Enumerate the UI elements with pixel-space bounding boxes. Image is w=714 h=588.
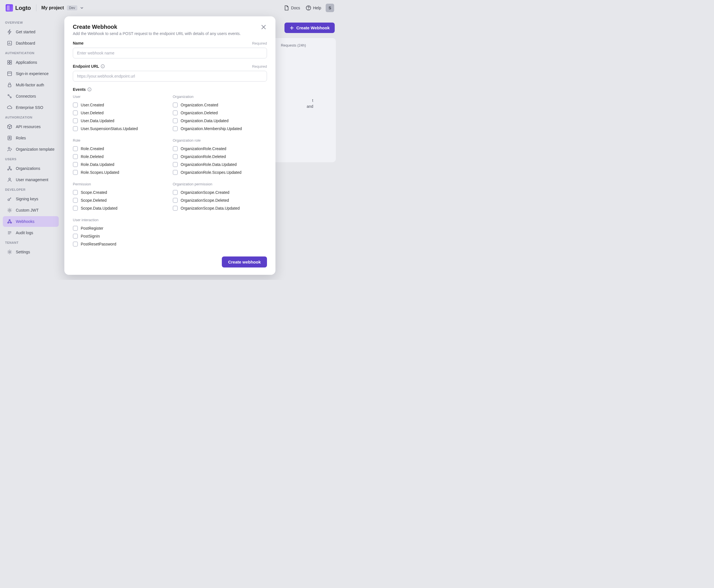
checkbox-org-created[interactable]: Organization.Created <box>173 101 267 109</box>
checkbox-label: PostSignIn <box>81 234 100 238</box>
group-title-user: User <box>73 94 167 99</box>
group-title-org-role: Organization role <box>173 138 267 143</box>
checkbox-scope-data-updated[interactable]: Scope.Data.Updated <box>73 204 167 212</box>
event-group-organization: Organization Organization.Created Organi… <box>173 94 267 133</box>
overlay: Create Webhook Add the Webhook to send a… <box>0 0 340 280</box>
checkbox-icon <box>173 118 178 123</box>
checkbox-org-deleted[interactable]: Organization.Deleted <box>173 109 267 117</box>
checkbox-icon <box>173 162 178 167</box>
event-group-user: User User.Created User.Deleted User.Data… <box>73 94 167 133</box>
group-title-org-permission: Organization permission <box>173 182 267 186</box>
group-title-permission: Permission <box>73 182 167 186</box>
checkbox-label: OrganizationRole.Deleted <box>181 154 226 159</box>
info-icon[interactable] <box>87 87 91 91</box>
checkbox-role-scopes[interactable]: Role.Scopes.Updated <box>73 168 167 176</box>
checkbox-label: OrganizationScope.Deleted <box>181 198 229 203</box>
checkbox-orgrole-created[interactable]: OrganizationRole.Created <box>173 145 267 153</box>
checkbox-icon <box>173 170 178 175</box>
checkbox-icon <box>73 234 78 239</box>
checkbox-orgrole-scopes[interactable]: OrganizationRole.Scopes.Updated <box>173 168 267 176</box>
checkbox-icon <box>173 198 178 203</box>
checkbox-label: User.SuspensionStatus.Updated <box>81 126 138 131</box>
checkbox-user-created[interactable]: User.Created <box>73 101 167 109</box>
checkbox-postresetpassword[interactable]: PostResetPassword <box>73 240 167 248</box>
name-label: Name <box>73 41 84 45</box>
checkbox-label: User.Created <box>81 103 104 107</box>
group-title-org: Organization <box>173 94 267 99</box>
name-required: Required <box>252 41 267 45</box>
checkbox-label: Organization.Deleted <box>181 111 218 115</box>
checkbox-label: Scope.Deleted <box>81 198 107 203</box>
group-title-user-interaction: User interaction <box>73 218 167 222</box>
checkbox-icon <box>73 226 78 231</box>
checkbox-icon <box>73 110 78 115</box>
checkbox-icon <box>73 146 78 151</box>
checkbox-icon <box>73 206 78 211</box>
close-icon[interactable] <box>260 24 267 30</box>
checkbox-label: PostRegister <box>81 226 103 231</box>
checkbox-orgscope-deleted[interactable]: OrganizationScope.Deleted <box>173 196 267 204</box>
info-icon[interactable] <box>101 64 105 68</box>
checkbox-user-suspension[interactable]: User.SuspensionStatus.Updated <box>73 125 167 133</box>
checkbox-label: OrganizationRole.Scopes.Updated <box>181 170 241 175</box>
checkbox-orgrole-deleted[interactable]: OrganizationRole.Deleted <box>173 153 267 161</box>
endpoint-label-text: Endpoint URL <box>73 64 99 68</box>
checkbox-label: Organization.Data.Updated <box>181 119 229 123</box>
modal-title: Create Webhook <box>73 24 241 30</box>
checkbox-user-deleted[interactable]: User.Deleted <box>73 109 167 117</box>
checkbox-icon <box>173 126 178 131</box>
checkbox-orgrole-data-updated[interactable]: OrganizationRole.Data.Updated <box>173 161 267 168</box>
event-group-org-permission: Organization permission OrganizationScop… <box>173 182 267 212</box>
endpoint-input[interactable] <box>73 71 267 82</box>
checkbox-org-membership[interactable]: Organization.Membership.Updated <box>173 125 267 133</box>
checkbox-label: Organization.Created <box>181 103 218 107</box>
checkbox-icon <box>73 154 78 159</box>
checkbox-scope-created[interactable]: Scope.Created <box>73 188 167 196</box>
checkbox-icon <box>173 154 178 159</box>
checkbox-org-data-updated[interactable]: Organization.Data.Updated <box>173 117 267 125</box>
event-group-user-interaction: User interaction PostRegister PostSignIn… <box>73 218 167 248</box>
checkbox-icon <box>73 241 78 247</box>
checkbox-label: Role.Created <box>81 146 104 151</box>
checkbox-postregister[interactable]: PostRegister <box>73 224 167 232</box>
checkbox-icon <box>73 118 78 123</box>
checkbox-role-data-updated[interactable]: Role.Data.Updated <box>73 161 167 168</box>
checkbox-role-deleted[interactable]: Role.Deleted <box>73 153 167 161</box>
checkbox-orgscope-created[interactable]: OrganizationScope.Created <box>173 188 267 196</box>
events-label-text: Events <box>73 87 86 92</box>
checkbox-role-created[interactable]: Role.Created <box>73 145 167 153</box>
checkbox-label: Role.Data.Updated <box>81 162 114 167</box>
events-label: Events <box>73 87 267 92</box>
field-endpoint: Endpoint URL Required <box>73 64 267 82</box>
checkbox-scope-deleted[interactable]: Scope.Deleted <box>73 196 167 204</box>
checkbox-user-data-updated[interactable]: User.Data.Updated <box>73 117 167 125</box>
checkbox-orgscope-data-updated[interactable]: OrganizationScope.Data.Updated <box>173 204 267 212</box>
modal-subtitle: Add the Webhook to send a POST request t… <box>73 31 241 36</box>
checkbox-icon <box>73 198 78 203</box>
submit-button[interactable]: Create webhook <box>222 256 267 268</box>
checkbox-label: Role.Deleted <box>81 154 104 159</box>
event-group-role: Role Role.Created Role.Deleted Role.Data… <box>73 138 167 176</box>
event-group-permission: Permission Scope.Created Scope.Deleted S… <box>73 182 167 212</box>
checkbox-icon <box>173 190 178 195</box>
checkbox-icon <box>73 102 78 107</box>
checkbox-label: OrganizationRole.Created <box>181 146 226 151</box>
checkbox-icon <box>73 190 78 195</box>
checkbox-icon <box>173 146 178 151</box>
checkbox-icon <box>73 170 78 175</box>
event-group-org-role: Organization role OrganizationRole.Creat… <box>173 138 267 176</box>
field-name: Name Required <box>73 41 267 58</box>
create-webhook-modal: Create Webhook Add the Webhook to send a… <box>64 16 275 275</box>
checkbox-label: Scope.Created <box>81 190 107 195</box>
checkbox-label: OrganizationRole.Data.Updated <box>181 162 236 167</box>
checkbox-label: OrganizationScope.Created <box>181 190 229 195</box>
checkbox-postsignin[interactable]: PostSignIn <box>73 232 167 240</box>
checkbox-label: Organization.Membership.Updated <box>181 126 242 131</box>
checkbox-label: PostResetPassword <box>81 242 116 246</box>
checkbox-label: Role.Scopes.Updated <box>81 170 119 175</box>
checkbox-icon <box>73 162 78 167</box>
checkbox-label: User.Data.Updated <box>81 119 114 123</box>
checkbox-icon <box>173 102 178 107</box>
name-input[interactable] <box>73 48 267 58</box>
events-grid: User User.Created User.Deleted User.Data… <box>73 94 267 251</box>
